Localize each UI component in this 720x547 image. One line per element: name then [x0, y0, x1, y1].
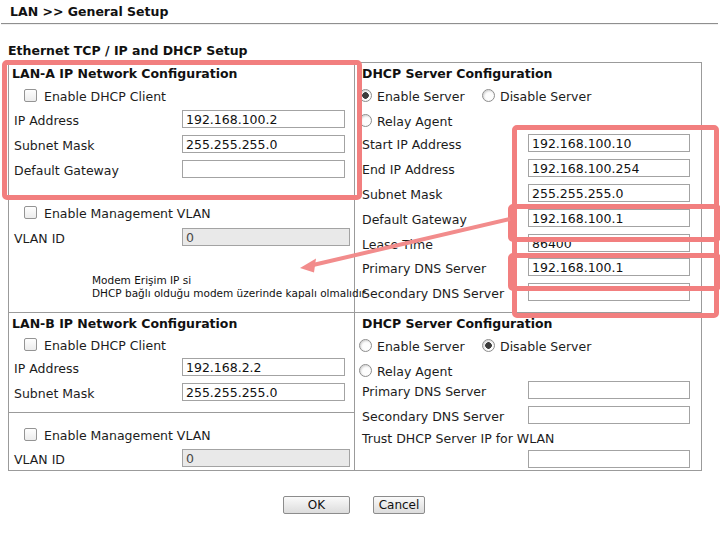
row-divider: [8, 312, 702, 313]
dhcp-b-trust-dhcp-input[interactable]: [528, 450, 690, 468]
dhcp-b-secondary-dns-label: Secondary DNS Server: [362, 409, 504, 424]
lan-b-enable-management-vlan-label: Enable Management VLAN: [44, 428, 211, 443]
dhcp-b-enable-server-radio[interactable]: [359, 339, 372, 352]
dhcp-a-subnet-mask-input[interactable]: [528, 184, 690, 202]
lan-a-enable-dhcp-client-label: Enable DHCP Client: [44, 89, 166, 104]
dhcp-b-primary-dns-input[interactable]: [528, 381, 690, 399]
dhcp-b-relay-agent-radio[interactable]: [359, 364, 372, 377]
lan-b-subnet-mask-input[interactable]: [182, 383, 345, 401]
lan-a-enable-dhcp-client-checkbox[interactable]: [24, 89, 37, 102]
dhcp-a-end-ip-input[interactable]: [528, 159, 690, 177]
dhcp-a-lease-time-input[interactable]: [528, 234, 690, 252]
dhcp-b-disable-server-label: Disable Server: [500, 339, 591, 354]
cancel-button[interactable]: Cancel: [373, 496, 425, 514]
section-heading: Ethernet TCP / IP and DHCP Setup: [8, 43, 248, 58]
dhcp-a-subnet-mask-label: Subnet Mask: [362, 187, 442, 202]
dhcp-a-disable-server-label: Disable Server: [500, 89, 591, 104]
lan-b-subnet-mask-label: Subnet Mask: [14, 386, 94, 401]
dhcp-b-disable-server-radio[interactable]: [482, 339, 495, 352]
dhcp-a-relay-agent-radio[interactable]: [359, 114, 372, 127]
lan-a-subnet-mask-label: Subnet Mask: [14, 138, 94, 153]
lan-a-ip-address-input[interactable]: [182, 110, 345, 128]
lan-general-setup-page: LAN >> General Setup Ethernet TCP / IP a…: [0, 0, 720, 547]
lan-a-default-gateway-label: Default Gateway: [14, 163, 119, 178]
dhcp-a-end-ip-label: End IP Address: [362, 162, 455, 177]
dhcp-a-default-gateway-input[interactable]: [528, 209, 690, 227]
title-divider: [1, 23, 718, 25]
dhcp-a-relay-agent-label: Relay Agent: [377, 114, 452, 129]
dhcp-b-enable-server-label: Enable Server: [377, 339, 465, 354]
lan-a-enable-management-vlan-label: Enable Management VLAN: [44, 206, 211, 221]
lan-b-enable-dhcp-client-checkbox[interactable]: [24, 338, 37, 351]
lan-b-vlan-id-input: [182, 449, 350, 467]
lan-a-default-gateway-input[interactable]: [182, 160, 345, 178]
dhcp-b-secondary-dns-input[interactable]: [528, 406, 690, 424]
annotation-line-2: DHCP bağlı olduğu modem üzerinde kapalı …: [92, 287, 366, 299]
lan-b-ip-address-label: IP Address: [14, 361, 79, 376]
column-divider: [354, 62, 355, 471]
dhcp-a-disable-server-radio[interactable]: [482, 89, 495, 102]
dhcp-a-default-gateway-label: Default Gateway: [362, 212, 467, 227]
dhcp-b-section-title: DHCP Server Configuration: [362, 316, 552, 331]
lan-a-section-title: LAN-A IP Network Configuration: [12, 66, 237, 81]
page-title: LAN >> General Setup: [10, 4, 168, 19]
dhcp-a-start-ip-input[interactable]: [528, 134, 690, 152]
dhcp-b-primary-dns-label: Primary DNS Server: [362, 384, 486, 399]
dhcp-a-secondary-dns-input[interactable]: [528, 283, 690, 301]
lan-a-ip-address-label: IP Address: [14, 113, 79, 128]
dhcp-a-enable-server-label: Enable Server: [377, 89, 465, 104]
lan-a-vlan-id-label: VLAN ID: [14, 231, 65, 246]
lan-b-vlan-id-label: VLAN ID: [14, 452, 65, 467]
lan-b-ip-address-input[interactable]: [182, 358, 345, 376]
ok-button[interactable]: OK: [283, 496, 350, 514]
lan-a-subnet-mask-input[interactable]: [182, 135, 345, 153]
lan-b-inner-divider: [9, 412, 354, 413]
dhcp-a-start-ip-label: Start IP Address: [362, 137, 462, 152]
annotation-line-1: Modem Erişim IP si: [92, 274, 191, 286]
dhcp-a-section-title: DHCP Server Configuration: [362, 66, 552, 81]
lan-b-section-title: LAN-B IP Network Configuration: [12, 316, 237, 331]
dhcp-a-enable-server-radio[interactable]: [359, 89, 372, 102]
lan-b-enable-dhcp-client-label: Enable DHCP Client: [44, 338, 166, 353]
dhcp-a-primary-dns-input[interactable]: [528, 258, 690, 276]
dhcp-b-trust-dhcp-label: Trust DHCP Server IP for WLAN: [362, 431, 554, 446]
lan-a-enable-management-vlan-checkbox[interactable]: [24, 206, 37, 219]
lan-b-enable-management-vlan-checkbox[interactable]: [24, 428, 37, 441]
lan-a-vlan-id-input: [182, 228, 350, 246]
dhcp-b-relay-agent-label: Relay Agent: [377, 364, 452, 379]
dhcp-a-primary-dns-label: Primary DNS Server: [362, 261, 486, 276]
dhcp-a-secondary-dns-label: Secondary DNS Server: [362, 286, 504, 301]
dhcp-a-lease-time-label: Lease Time: [362, 237, 433, 252]
